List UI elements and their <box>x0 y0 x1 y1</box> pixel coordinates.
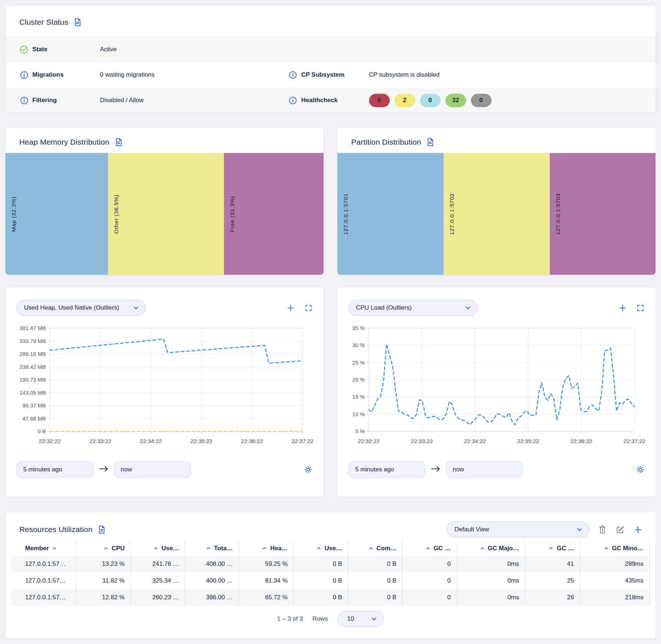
document-icon[interactable] <box>97 525 106 534</box>
document-icon[interactable] <box>115 138 123 147</box>
chevron-down-icon <box>465 305 471 311</box>
metric-selector[interactable]: Used Heap, Used Native (Outliers) <box>16 300 146 316</box>
value-cell: 59.25 % <box>239 556 294 572</box>
sort-caret-icon[interactable] <box>604 546 609 551</box>
value-cell: 0 B <box>294 572 348 589</box>
svg-text:20 %: 20 % <box>352 377 365 383</box>
add-chart-icon[interactable] <box>287 304 295 312</box>
gear-icon[interactable] <box>304 465 313 474</box>
column-label: GC Majo… <box>488 545 519 552</box>
segment-label: Free (31.3%) <box>229 196 236 232</box>
chevron-down-icon <box>133 305 139 311</box>
migrations-value: 0 waiting migrations <box>100 71 155 79</box>
info-icon[interactable] <box>19 96 29 105</box>
svg-text:22:35:22: 22:35:22 <box>517 438 539 444</box>
distribution-segment[interactable]: Other (36.5%) <box>108 153 224 275</box>
cp-subsystem-value: CP subsystem is disabled <box>369 71 440 79</box>
sort-caret-icon[interactable] <box>262 546 267 551</box>
info-icon[interactable] <box>19 71 29 80</box>
healthcheck-badge[interactable]: 0 <box>471 94 492 107</box>
sort-caret-icon[interactable] <box>369 546 373 551</box>
filtering-healthcheck-row: Filtering Disabled / Allow Healthcheck 0… <box>5 88 656 113</box>
chevron-down-icon <box>371 616 377 622</box>
delete-view-icon[interactable] <box>598 525 607 534</box>
sort-caret-icon[interactable] <box>480 546 485 551</box>
svg-text:25 %: 25 % <box>352 359 365 366</box>
column-label: GC Mino… <box>612 545 644 552</box>
distribution-segment[interactable]: 127.0.0.1:5702 <box>444 153 549 275</box>
sort-caret-icon[interactable] <box>206 546 211 551</box>
svg-text:22:34:22: 22:34:22 <box>464 438 486 444</box>
sort-caret-icon[interactable] <box>104 546 108 551</box>
value-cell: 396.00 … <box>185 589 239 606</box>
metric-selector-value: Used Heap, Used Native (Outliers) <box>24 304 119 311</box>
fullscreen-icon[interactable] <box>304 304 313 312</box>
column-header[interactable]: Hea… <box>239 541 294 556</box>
table-row[interactable]: 127.0.0.1:57…11.82 %325.34 …400.00 …81.3… <box>11 572 650 589</box>
view-selector[interactable]: Default View <box>447 522 589 538</box>
svg-text:238.42 MB: 238.42 MB <box>19 364 46 370</box>
document-icon[interactable] <box>73 18 82 27</box>
edit-view-icon[interactable] <box>616 525 625 534</box>
segment-label: 127.0.0.1:5702 <box>449 193 455 235</box>
column-header[interactable]: GC … <box>525 541 580 556</box>
healthcheck-badge[interactable]: 0 <box>420 94 441 107</box>
cp-subsystem-label: CP Subsystem <box>301 71 369 79</box>
fullscreen-icon[interactable] <box>636 304 645 312</box>
distribution-segment[interactable]: 127.0.0.1:5703 <box>550 153 656 275</box>
value-cell: 435ms <box>580 572 649 589</box>
info-icon[interactable] <box>288 96 298 105</box>
time-from-input[interactable]: 5 minutes ago <box>348 462 425 478</box>
resources-table: MemberCPUUse…Tota…Hea…Use…Com…GC …GC Maj… <box>11 541 650 606</box>
distribution-segment[interactable]: 127.0.0.1:5701 <box>337 153 444 275</box>
healthcheck-badge[interactable]: 32 <box>445 94 466 107</box>
value-cell: 0ms <box>457 556 525 572</box>
distribution-segment[interactable]: Free (31.3%) <box>224 153 324 275</box>
column-header[interactable]: GC Mino… <box>580 541 649 556</box>
partition-distribution-title: Partition Distribution <box>351 138 421 146</box>
sort-caret-icon[interactable] <box>153 546 158 551</box>
column-header[interactable]: CPU <box>76 541 131 556</box>
column-header[interactable]: GC … <box>402 541 457 556</box>
healthcheck-badge[interactable]: 0 <box>369 94 390 107</box>
healthcheck-badge[interactable]: 2 <box>394 94 415 107</box>
table-row[interactable]: 127.0.0.1:57…13.23 %241.76 …408.00 …59.2… <box>11 556 650 572</box>
column-header[interactable]: Member <box>11 541 76 556</box>
svg-text:22:37:22: 22:37:22 <box>292 438 313 444</box>
sort-caret-icon[interactable] <box>317 546 321 551</box>
column-header[interactable]: Com… <box>348 541 402 556</box>
column-header[interactable]: Use… <box>131 541 185 556</box>
sort-caret-icon[interactable] <box>549 546 553 551</box>
column-label: Hea… <box>270 545 288 552</box>
sort-caret-icon[interactable] <box>52 546 57 551</box>
add-view-icon[interactable] <box>633 525 642 534</box>
value-cell: 12.82 % <box>76 589 131 606</box>
value-cell: 0 <box>402 556 457 572</box>
time-to-input[interactable]: now <box>114 462 191 478</box>
column-header[interactable]: GC Majo… <box>457 541 525 556</box>
gear-icon[interactable] <box>636 465 645 474</box>
metric-selector[interactable]: CPU Load (Outliers) <box>348 300 478 316</box>
value-cell: 65.72 % <box>239 589 294 606</box>
state-label: State <box>32 46 100 53</box>
healthcheck-label: Healthcheck <box>301 97 369 104</box>
document-icon[interactable] <box>426 138 434 147</box>
distribution-segment[interactable]: Map (32.3%) <box>5 153 108 275</box>
metric-selector-value: CPU Load (Outliers) <box>356 304 412 311</box>
filtering-label: Filtering <box>32 97 100 104</box>
table-row[interactable]: 127.0.0.1:57…12.82 %260.23 …396.00 …65.7… <box>11 589 650 606</box>
rows-label: Rows <box>312 615 328 623</box>
cpu-load-chart[interactable]: 35 %30 %25 %20 %15 %10 %5 %22:32:2222:33… <box>348 325 647 445</box>
info-icon[interactable] <box>288 71 298 80</box>
time-to-input[interactable]: now <box>446 462 523 478</box>
rows-per-page-select[interactable]: 10 <box>337 611 384 627</box>
heap-usage-chart[interactable]: 381.47 MB333.79 MB286.10 MB238.42 MB190.… <box>16 325 315 445</box>
time-from-input[interactable]: 5 minutes ago <box>16 462 93 478</box>
add-chart-icon[interactable] <box>618 304 627 312</box>
partition-distribution-card: Partition Distribution 127.0.0.1:5701127… <box>337 127 656 275</box>
column-header[interactable]: Use… <box>294 541 348 556</box>
sort-caret-icon[interactable] <box>426 546 430 551</box>
arrow-right-icon <box>431 466 440 474</box>
column-label: Member <box>25 545 49 552</box>
column-header[interactable]: Tota… <box>185 541 239 556</box>
